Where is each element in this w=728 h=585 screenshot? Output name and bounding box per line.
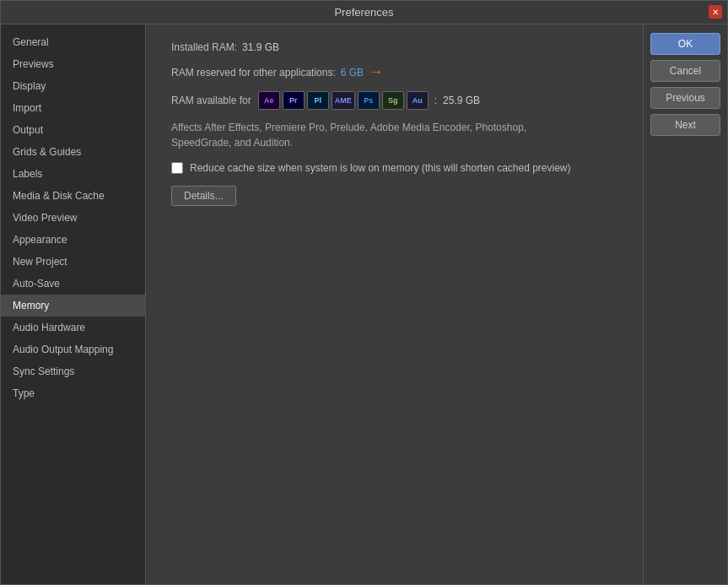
next-button[interactable]: Next (650, 114, 720, 136)
sg-icon: Sg (382, 91, 404, 110)
details-button[interactable]: Details... (171, 186, 236, 206)
arrow-annotation: ← (369, 63, 384, 81)
ame-icon: AME (332, 91, 355, 110)
installed-ram-row: Installed RAM: 31.9 GB (171, 41, 617, 53)
sidebar-item-memory[interactable]: Memory (1, 295, 145, 317)
pr-icon: Pr (283, 91, 305, 110)
previous-button[interactable]: Previous (650, 87, 720, 109)
pl-icon: Pl (307, 91, 329, 110)
ram-available-row: RAM available for Ae Pr Pl AME Ps Sg Au … (171, 91, 617, 110)
sidebar-item-new-project[interactable]: New Project (1, 251, 145, 273)
sidebar-item-audio-output-mapping[interactable]: Audio Output Mapping (1, 339, 145, 360)
sidebar-item-grids-guides[interactable]: Grids & Guides (1, 141, 145, 163)
main-content: GeneralPreviewsDisplayImportOutputGrids … (1, 24, 727, 584)
sidebar-item-output[interactable]: Output (1, 119, 145, 141)
sidebar-item-display[interactable]: Display (1, 75, 145, 97)
sidebar-item-import[interactable]: Import (1, 97, 145, 119)
ram-available-value: 25.9 GB (443, 95, 480, 106)
ok-button[interactable]: OK (650, 33, 720, 55)
cancel-button[interactable]: Cancel (650, 60, 720, 82)
sidebar-item-type[interactable]: Type (1, 382, 145, 404)
reduce-cache-checkbox[interactable] (171, 162, 183, 174)
sidebar-item-video-preview[interactable]: Video Preview (1, 207, 145, 229)
app-icons-container: Ae Pr Pl AME Ps Sg Au : 25.9 GB (258, 91, 480, 110)
ae-icon: Ae (258, 91, 280, 110)
ram-reserved-label: RAM reserved for other applications: (171, 67, 336, 79)
sidebar: GeneralPreviewsDisplayImportOutputGrids … (1, 24, 146, 584)
description-text: Affects After Effects, Premiere Pro, Pre… (171, 120, 617, 150)
sidebar-item-auto-save[interactable]: Auto-Save (1, 273, 145, 295)
ram-reserved-value: 6 GB (341, 67, 364, 79)
close-button[interactable]: ✕ (709, 5, 722, 19)
sidebar-item-audio-hardware[interactable]: Audio Hardware (1, 317, 145, 339)
installed-ram-value: 31.9 GB (242, 41, 279, 53)
installed-ram-label: Installed RAM: (171, 41, 237, 53)
preferences-dialog: Preferences ✕ GeneralPreviewsDisplayImpo… (0, 0, 728, 585)
sidebar-item-previews[interactable]: Previews (1, 53, 145, 75)
titlebar: Preferences ✕ (1, 1, 727, 24)
sidebar-item-labels[interactable]: Labels (1, 163, 145, 185)
reduce-cache-row: Reduce cache size when system is low on … (171, 162, 617, 174)
au-icon: Au (407, 91, 429, 110)
ps-icon: Ps (358, 91, 380, 110)
dialog-title: Preferences (334, 6, 393, 19)
sidebar-item-sync-settings[interactable]: Sync Settings (1, 360, 145, 382)
sidebar-item-appearance[interactable]: Appearance (1, 229, 145, 251)
ram-available-label: RAM available for (171, 95, 251, 106)
sidebar-item-general[interactable]: General (1, 31, 145, 53)
buttons-panel: OK Cancel Previous Next (643, 24, 727, 584)
app-icons-row: Ae Pr Pl AME Ps Sg Au : 25.9 GB (258, 91, 480, 110)
colon-separator: : (434, 95, 437, 106)
preferences-panel: Installed RAM: 31.9 GB RAM reserved for … (146, 24, 643, 584)
reduce-cache-label: Reduce cache size when system is low on … (190, 162, 571, 174)
sidebar-item-media-disk-cache[interactable]: Media & Disk Cache (1, 185, 145, 207)
ram-reserved-row: RAM reserved for other applications: 6 G… (171, 63, 617, 81)
